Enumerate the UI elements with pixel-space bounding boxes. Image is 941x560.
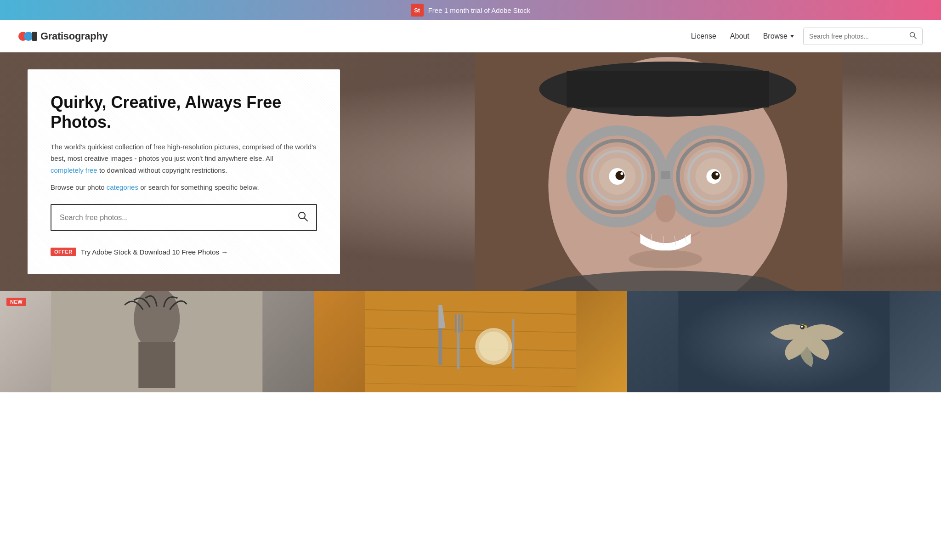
hero-search-button[interactable] (289, 205, 316, 230)
photo-thumb-2 (314, 291, 628, 392)
svg-line-30 (305, 218, 308, 221)
new-badge-1: NEW (6, 298, 26, 306)
hero-content: Quirky, Creative, Always Free Photos. Th… (0, 52, 941, 291)
photo-thumb-image-3 (627, 291, 941, 392)
svg-rect-43 (458, 314, 459, 333)
photo-thumb-image-1 (0, 291, 314, 392)
chevron-down-icon (790, 35, 794, 38)
hero-section: Quirky, Creative, Always Free Photos. Th… (0, 52, 941, 291)
logo-text: Gratisography (40, 30, 108, 42)
logo-rect (32, 32, 37, 41)
svg-rect-34 (365, 291, 576, 392)
nav-browse[interactable]: Browse (763, 32, 794, 40)
nav-license[interactable]: License (691, 32, 716, 40)
svg-rect-33 (138, 342, 175, 388)
adobe-icon: St (411, 4, 424, 17)
svg-rect-44 (461, 314, 463, 333)
hero-categories-link[interactable]: categories (107, 183, 138, 191)
hero-offer-text: Try Adobe Stock & Download 10 Free Photo… (81, 248, 228, 256)
photo-thumb-image-2 (314, 291, 628, 392)
search-bar-header (803, 28, 923, 45)
search-icon (909, 32, 917, 39)
svg-rect-47 (512, 319, 514, 369)
logo-area: Gratisography (18, 30, 682, 43)
svg-line-1 (914, 36, 917, 39)
svg-point-51 (801, 326, 803, 328)
photo-thumb-3 (627, 291, 941, 392)
svg-point-46 (479, 332, 508, 361)
search-input-header[interactable] (804, 29, 904, 44)
search-icon (298, 211, 308, 221)
hero-card: Quirky, Creative, Always Free Photos. Th… (28, 69, 340, 275)
search-button-header[interactable] (904, 28, 922, 45)
hero-browse-text: Browse our photo categories or search fo… (51, 183, 317, 191)
top-banner: St Free 1 month trial of Adobe Stock (0, 0, 941, 20)
logo-circle-blue (24, 32, 33, 41)
hero-search-input[interactable] (51, 207, 289, 228)
svg-rect-49 (679, 291, 890, 392)
hero-free-link[interactable]: completely free (51, 166, 97, 174)
header: Gratisography License About Browse (0, 20, 941, 52)
hero-offer[interactable]: OFFER Try Adobe Stock & Download 10 Free… (51, 248, 317, 256)
hero-search-bar (51, 204, 317, 231)
nav-links: License About Browse (691, 32, 794, 40)
svg-rect-42 (455, 314, 456, 333)
hero-title: Quirky, Creative, Always Free Photos. (51, 92, 317, 132)
nav-about[interactable]: About (730, 32, 749, 40)
logo-icon (18, 30, 36, 43)
hero-description: The world's quirkiest collection of free… (51, 141, 317, 176)
banner-text: Free 1 month trial of Adobe Stock (428, 6, 531, 14)
offer-badge: OFFER (51, 248, 76, 256)
photo-grid: NEW (0, 291, 941, 392)
photo-thumb-1: NEW (0, 291, 314, 392)
